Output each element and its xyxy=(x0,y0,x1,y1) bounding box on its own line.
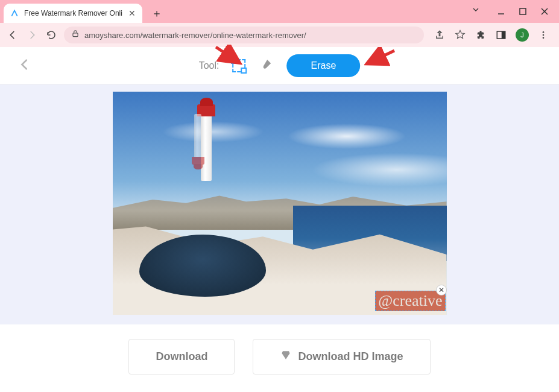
rectangle-select-tool-icon[interactable] xyxy=(233,59,246,72)
erase-button[interactable]: Erase xyxy=(287,54,361,77)
svg-line-9 xyxy=(369,51,394,63)
svg-rect-4 xyxy=(502,31,505,39)
svg-point-6 xyxy=(543,34,545,36)
address-field[interactable]: amoyshare.com/watermark-remover/online-w… xyxy=(64,27,424,43)
browser-titlebar: Free Watermark Remover Onli ✕ ＋ xyxy=(0,0,559,23)
editor-main: @creative ✕ xyxy=(0,84,559,324)
svg-point-7 xyxy=(543,37,545,39)
app-toolbar: Tool: Erase xyxy=(0,47,559,84)
selection-close-icon[interactable]: ✕ xyxy=(437,285,446,295)
profile-avatar[interactable]: J xyxy=(516,28,529,42)
image-lighthouse-reflection xyxy=(194,114,201,159)
new-tab-button[interactable]: ＋ xyxy=(150,6,164,21)
brush-tool-icon[interactable] xyxy=(259,57,274,74)
url-text: amoyshare.com/watermark-remover/online-w… xyxy=(84,31,306,40)
window-maximize-icon[interactable] xyxy=(518,7,528,16)
browser-address-bar: amoyshare.com/watermark-remover/online-w… xyxy=(0,23,559,47)
download-button[interactable]: Download xyxy=(128,339,235,375)
watermark-text: @creative xyxy=(378,292,442,309)
image-lighthouse xyxy=(201,114,212,181)
browser-back-button[interactable] xyxy=(6,28,19,42)
diamond-icon xyxy=(280,349,292,364)
browser-tab[interactable]: Free Watermark Remover Onli ✕ xyxy=(4,4,142,23)
download-hd-button-label: Download HD Image xyxy=(298,350,403,363)
svg-point-5 xyxy=(543,31,545,33)
footer: Download Download HD Image xyxy=(0,324,559,389)
watermark-selection[interactable]: @creative ✕ xyxy=(375,291,445,311)
download-button-label: Download xyxy=(156,350,207,363)
svg-rect-1 xyxy=(520,8,526,14)
download-hd-button[interactable]: Download HD Image xyxy=(253,339,430,375)
arrow-annotation-right xyxy=(364,47,398,69)
browser-forward-button[interactable] xyxy=(25,28,39,42)
tab-title: Free Watermark Remover Onli xyxy=(24,9,128,17)
lock-icon xyxy=(71,30,80,40)
app-back-button[interactable] xyxy=(18,58,31,74)
share-icon[interactable] xyxy=(434,29,446,41)
chrome-menu-icon[interactable] xyxy=(537,29,549,41)
tab-overflow-icon[interactable] xyxy=(471,5,481,17)
tool-label: Tool: xyxy=(199,60,219,71)
window-minimize-icon[interactable] xyxy=(496,7,506,16)
extensions-icon[interactable] xyxy=(475,29,487,41)
tab-favicon xyxy=(10,8,19,18)
browser-reload-button[interactable] xyxy=(45,28,58,42)
sidepanel-icon[interactable] xyxy=(495,29,507,41)
window-close-icon[interactable] xyxy=(540,7,549,16)
bookmark-star-icon[interactable] xyxy=(454,29,466,41)
svg-rect-2 xyxy=(73,33,78,37)
image-canvas[interactable]: @creative ✕ xyxy=(113,92,447,315)
close-icon[interactable]: ✕ xyxy=(128,9,136,17)
